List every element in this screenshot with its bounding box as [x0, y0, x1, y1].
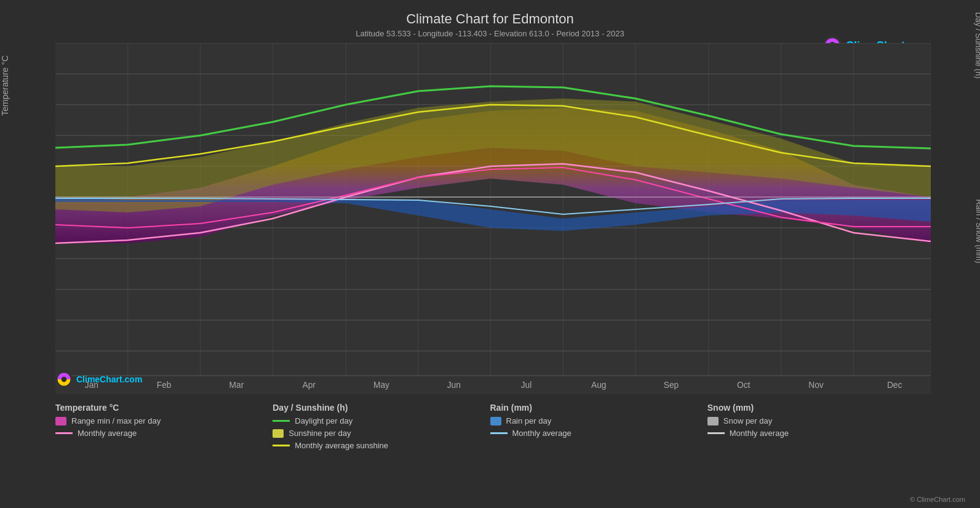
left-axis-label: Temperature °C: [0, 55, 10, 116]
svg-text:Jun: Jun: [447, 380, 461, 390]
temp-avg-line: [55, 432, 73, 434]
snow-avg-line: [707, 432, 725, 434]
legend-col-sunshine: Day / Sunshine (h) Daylight per day Suns…: [273, 403, 490, 453]
svg-point-68: [62, 377, 67, 382]
snow-label: Snow per day: [723, 416, 773, 425]
legend-item-rain: Rain per day: [490, 416, 707, 425]
legend-item-temp-avg: Monthly average: [55, 429, 273, 438]
logo-bottom: ClimeChart.com: [55, 371, 142, 388]
legend-item-daylight: Daylight per day: [273, 416, 490, 425]
snow-swatch: [707, 417, 719, 425]
snow-avg-label: Monthly average: [730, 429, 789, 438]
legend-col-snow: Snow (mm) Snow per day Monthly average: [707, 403, 925, 453]
temp-avg-label: Monthly average: [78, 429, 137, 438]
daylight-line: [273, 420, 290, 422]
legend-col3-title: Rain (mm): [490, 403, 707, 413]
sunshine-avg-line: [273, 445, 290, 446]
temp-range-swatch: [55, 417, 66, 425]
logo-text-bottom: ClimeChart.com: [76, 374, 142, 384]
right-axis-bottom-label: Rain / Snow (mm): [974, 199, 981, 263]
sunshine-avg-label: Monthly average sunshine: [295, 441, 388, 450]
rain-avg-label: Monthly average: [512, 429, 572, 438]
rain-label: Rain per day: [506, 416, 552, 425]
legend-col2-title: Day / Sunshine (h): [273, 403, 490, 413]
main-svg: 50 40 30 20 10 0 -10 -20 -30 -40 -50 24 …: [55, 43, 931, 394]
chart-area: 50 40 30 20 10 0 -10 -20 -30 -40 -50 24 …: [55, 43, 931, 394]
svg-text:May: May: [373, 380, 389, 390]
legend-col-rain: Rain (mm) Rain per day Monthly average: [490, 403, 707, 453]
legend-item-temp-range: Range min / max per day: [55, 416, 273, 425]
sunshine-swatch: [273, 429, 284, 438]
right-axis-top-label: Day / Sunshine (h): [974, 12, 981, 79]
svg-text:Aug: Aug: [591, 380, 606, 390]
legend-item-sunshine-avg: Monthly average sunshine: [273, 441, 490, 450]
legend-item-snow: Snow per day: [707, 416, 925, 425]
legend-col1-title: Temperature °C: [55, 403, 273, 413]
copyright-text: © ClimeChart.com: [910, 496, 965, 503]
legend-col4-title: Snow (mm): [707, 403, 925, 413]
chart-container: Climate Chart for Edmonton Latitude 53.5…: [0, 0, 980, 508]
temp-range-label: Range min / max per day: [71, 416, 161, 425]
legend-item-snow-avg: Monthly average: [707, 429, 925, 438]
svg-text:Sep: Sep: [664, 380, 679, 390]
rain-avg-line: [490, 432, 508, 434]
svg-text:Feb: Feb: [157, 380, 172, 390]
daylight-label: Daylight per day: [295, 416, 353, 425]
svg-text:Dec: Dec: [887, 380, 902, 390]
svg-text:Apr: Apr: [302, 380, 316, 390]
legend-col-temperature: Temperature °C Range min / max per day M…: [55, 403, 273, 453]
sunshine-label: Sunshine per day: [289, 429, 351, 438]
legend-item-sunshine: Sunshine per day: [273, 429, 490, 438]
svg-text:Mar: Mar: [229, 380, 244, 390]
chart-title: Climate Chart for Edmonton: [12, 11, 968, 27]
legend-area: Temperature °C Range min / max per day M…: [12, 397, 968, 453]
rain-swatch: [490, 417, 501, 425]
svg-text:Oct: Oct: [737, 380, 751, 390]
svg-text:Jul: Jul: [521, 380, 532, 390]
legend-item-rain-avg: Monthly average: [490, 429, 707, 438]
svg-text:Nov: Nov: [808, 380, 823, 390]
